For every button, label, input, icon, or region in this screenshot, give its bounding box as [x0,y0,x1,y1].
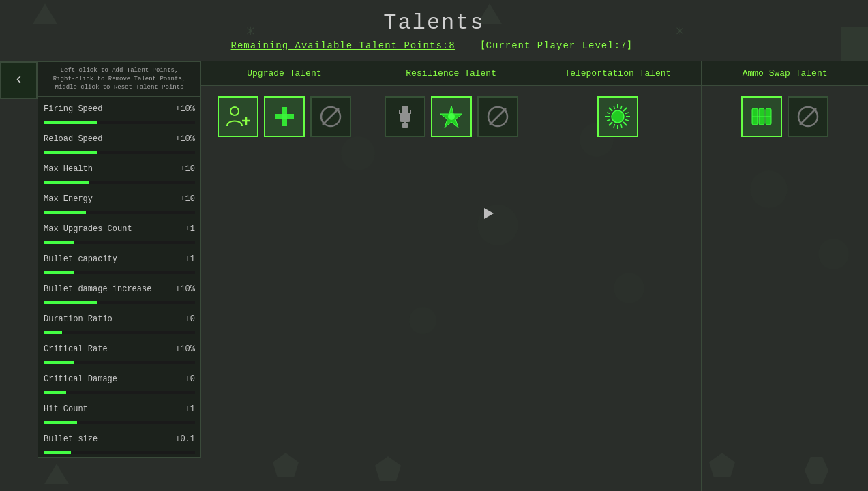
stat-bar-10 [44,421,77,424]
column-header-3: Ammo Swap Talent [702,61,868,86]
stat-label-4: Max Upgrades Count [44,224,132,234]
stat-bar-container-7 [44,331,195,334]
stat-bar-container-3 [44,211,195,214]
svg-line-8 [323,108,339,125]
svg-line-33 [625,120,629,121]
stat-row-10[interactable]: Hit Count +1 [38,397,200,421]
svg-line-35 [621,124,623,128]
svg-line-31 [607,120,610,121]
stat-bar-4 [44,241,74,244]
stat-value-3: +10 [161,194,195,204]
hint-text: Left-click to Add Talent Points, Right-c… [38,62,200,97]
stat-bar-container-11 [44,451,195,454]
talent-icon-teleport-1[interactable] [597,96,638,137]
svg-line-18 [490,108,506,125]
stat-row-0[interactable]: Firing Speed +10% [38,97,200,121]
talent-icon-resilience-2[interactable] [431,96,472,137]
stat-label-2: Max Health [44,164,93,174]
stat-bar-container-8 [44,361,195,364]
column-icons-1 [368,86,535,147]
page: ✳ ✳ Talents Remaining Available Talent P… [0,0,868,491]
stat-row-11[interactable]: Bullet size +0.1 [38,427,200,451]
stat-bar-6 [44,301,97,304]
column-icons-0 [201,86,368,147]
talent-icon-resilience-1[interactable] [385,96,425,137]
stat-bar-3 [44,211,86,214]
stat-bar-container-9 [44,391,195,394]
back-button[interactable]: ‹ [0,61,38,99]
svg-rect-6 [275,114,294,119]
talent-icon-ammo-1[interactable] [741,96,782,137]
stat-label-0: Firing Speed [44,104,102,114]
svg-line-34 [614,124,615,128]
stat-label-6: Bullet damage increase [44,284,151,294]
column-header-2: Teleportation Talent [535,61,702,86]
stat-label-3: Max Energy [44,194,93,204]
stat-bar-2 [44,181,89,184]
svg-point-0 [230,107,239,115]
talent-icon-upgrade-1[interactable] [218,96,258,137]
svg-line-24 [609,108,612,111]
stat-bar-5 [44,271,74,274]
deco-triangle-bot [44,464,69,484]
talents-area: Upgrade Talent Resilience Talent [201,61,868,491]
talent-column-2: Teleportation Talent [535,61,702,491]
stat-row-8[interactable]: Critical Rate +10% [38,337,200,361]
stat-row-9[interactable]: Critical Damage +0 [38,367,200,391]
talent-columns: Upgrade Talent Resilience Talent [201,61,868,491]
talent-points-label: Remaining Available Talent Points:8 [231,40,455,51]
svg-line-27 [609,122,612,125]
player-level-label: 【Current Player Level:7】 [476,40,638,52]
stat-row-7[interactable]: Duration Ratio +0 [38,307,200,331]
talent-icon-upgrade-3[interactable] [310,96,351,137]
stat-row-4[interactable]: Max Upgrades Count +1 [38,217,200,241]
stat-value-0: +10% [161,104,195,114]
stat-label-10: Hit Count [44,404,88,414]
stat-bar-7 [44,331,62,334]
stat-bar-container-1 [44,151,195,154]
svg-line-28 [614,106,615,109]
talent-icon-resilience-3[interactable] [477,96,518,137]
stat-bar-11 [44,451,71,454]
stat-bar-container-10 [44,421,195,424]
talent-icon-upgrade-2[interactable] [264,96,305,137]
stat-row-6[interactable]: Bullet damage increase +10% [38,277,200,301]
talent-column-1: Resilience Talent [368,61,535,491]
stat-row-3[interactable]: Max Energy +10 [38,187,200,211]
stat-bar-container-2 [44,181,195,184]
stat-row-5[interactable]: Bullet capacity +1 [38,247,200,271]
stat-value-9: +0 [161,374,195,384]
svg-line-41 [800,108,816,125]
stat-label-8: Critical Rate [44,344,108,354]
stat-value-2: +10 [161,164,195,174]
svg-line-26 [623,108,627,111]
column-header-1: Resilience Talent [368,61,535,86]
stat-bar-container-6 [44,301,195,304]
stat-bar-9 [44,391,66,394]
svg-rect-14 [402,123,408,128]
stat-bar-container-4 [44,241,195,244]
hint-line1: Left-click to Add Talent Points, [61,67,179,74]
stat-value-7: +0 [161,314,195,324]
stat-value-6: +10% [161,284,195,294]
talent-icon-ammo-2[interactable] [788,96,828,137]
column-icons-3 [702,86,868,147]
svg-line-30 [607,113,610,114]
talent-column-0: Upgrade Talent [201,61,368,491]
stats-container: Firing Speed +10% Reload Speed +10% Max … [38,97,200,454]
hint-line3: Middle-click to Reset Talent Points [55,84,183,91]
stat-row-2[interactable]: Max Health +10 [38,157,200,181]
svg-line-32 [625,113,629,114]
stat-bar-container-0 [44,121,195,124]
stat-label-7: Duration Ratio [44,314,113,324]
cursor [484,208,494,219]
page-title: Talents [383,10,484,35]
svg-line-29 [621,106,623,109]
stat-label-1: Reload Speed [44,134,102,144]
svg-point-16 [448,113,455,120]
stat-label-11: Bullet size [44,434,98,444]
stat-bar-8 [44,361,74,364]
stat-row-1[interactable]: Reload Speed +10% [38,127,200,151]
subtitle-row: Remaining Available Talent Points:8 【Cur… [231,40,638,52]
stat-bar-0 [44,121,97,124]
